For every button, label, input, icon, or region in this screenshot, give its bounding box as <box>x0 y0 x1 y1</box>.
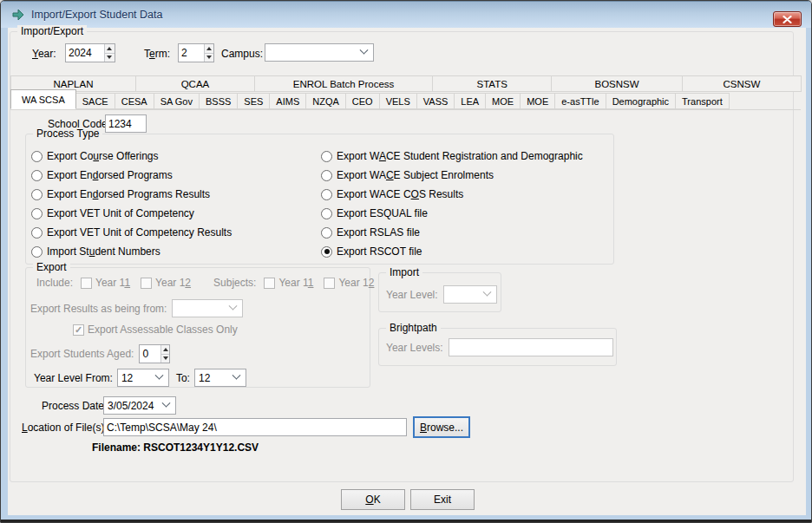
year-input[interactable] <box>66 44 104 62</box>
export-group-label: Export <box>33 261 70 273</box>
students-aged-row: Export Students Aged: <box>30 344 170 363</box>
assessable-checkbox[interactable]: ✓ <box>73 324 84 336</box>
process-type-group-label: Process Type <box>33 127 102 140</box>
export-include-row: Include: Year 11 Year 12 Subjects: Year … <box>36 277 374 289</box>
browse-button-label: Browse... <box>420 422 463 434</box>
school-code-input[interactable] <box>105 114 147 133</box>
process-type-right-column: Export WACE Student Registration and Dem… <box>321 150 583 265</box>
tab-sace[interactable]: SACE <box>75 93 115 109</box>
tab-csnsw[interactable]: CSNSW <box>682 75 802 92</box>
radio-export-esqual-file[interactable]: Export ESQUAL file <box>321 207 583 219</box>
assessable-row[interactable]: ✓ Export Assessable Classes Only <box>73 324 238 336</box>
tab-moe[interactable]: MOE <box>485 93 521 109</box>
tab-qcaa[interactable]: QCAA <box>135 75 255 92</box>
tab-row-1: NAPLANQCAAENROL Batch ProcessSTATSBOSNSW… <box>10 75 801 92</box>
tab-transport[interactable]: Transport <box>675 93 730 109</box>
tab-moe[interactable]: MOE <box>520 93 555 109</box>
exit-button[interactable]: Exit <box>410 489 475 510</box>
process-date-select[interactable]: 3/05/2024 <box>103 396 176 415</box>
tab-ceo[interactable]: CEO <box>345 93 380 109</box>
radio-export-endorsed-programs[interactable]: Export Endorsed Programs <box>31 169 232 181</box>
tab-sa-gov[interactable]: SA Gov <box>154 93 200 109</box>
check-icon: ✓ <box>75 325 82 335</box>
tab-cesa[interactable]: CESA <box>115 93 154 109</box>
tab-vels[interactable]: VELS <box>379 93 417 109</box>
radio-import-student-numbers[interactable]: Import Student Numbers <box>31 245 232 258</box>
radio-export-endorsed-programs-results[interactable]: Export Endorsed Programs Results <box>31 188 232 200</box>
aged-spin-down-icon[interactable] <box>161 354 169 363</box>
radio-export-vet-unit-of-competency-results[interactable]: Export VET Unit of Competency Results <box>31 226 232 239</box>
year-level-to-label: To: <box>176 372 190 384</box>
tab-stats[interactable]: STATS <box>432 75 552 92</box>
brightpath-groupbox: Brightpath Year Levels: <box>378 328 617 366</box>
subjects-label: Subjects: <box>213 277 256 289</box>
chevron-down-icon <box>232 371 241 380</box>
radio-export-rscot-file[interactable]: Export RSCOT file <box>321 245 583 258</box>
tab-wa-scsa[interactable]: WA SCSA <box>10 89 76 109</box>
radio-export-wace-student-registration-and-demographic[interactable]: Export WACE Student Registration and Dem… <box>321 150 583 162</box>
radio-label: Export VET Unit of Competency Results <box>47 226 232 239</box>
radio-icon <box>321 189 332 200</box>
radio-icon <box>321 246 332 258</box>
tab-aims[interactable]: AIMS <box>269 93 306 109</box>
term-label: Term: <box>144 48 170 60</box>
tab-lea[interactable]: LEA <box>454 93 486 109</box>
app-icon <box>11 8 25 22</box>
radio-label: Export WACE Subject Enrolments <box>337 169 494 181</box>
term-spin-up-icon[interactable] <box>205 44 213 53</box>
chevron-down-icon <box>229 302 238 311</box>
radio-icon <box>31 170 43 181</box>
browse-button[interactable]: Browse... <box>413 416 470 438</box>
results-from-select[interactable] <box>172 299 243 317</box>
dialog-content: Import/Export Year: Term: Campus: NAPLAN… <box>8 28 806 515</box>
students-aged-input[interactable] <box>140 345 160 363</box>
tab-enrol-batch-process[interactable]: ENROL Batch Process <box>254 75 433 92</box>
include-year12-checkbox[interactable] <box>141 278 152 289</box>
include-year11-checkbox[interactable] <box>81 278 92 289</box>
radio-label: Export Endorsed Programs <box>47 169 173 181</box>
radio-label: Import Student Numbers <box>47 245 160 258</box>
chevron-down-icon <box>162 399 171 408</box>
year-stepper[interactable] <box>65 43 115 62</box>
brightpath-year-levels-input[interactable] <box>449 338 613 356</box>
subjects-year11-checkbox[interactable] <box>264 278 275 289</box>
tab-vass[interactable]: VASS <box>416 93 455 109</box>
radio-export-course-offerings[interactable]: Export Course Offerings <box>31 150 232 162</box>
tab-bosnsw[interactable]: BOSNSW <box>551 75 683 92</box>
ok-button-label: OK <box>365 494 380 506</box>
term-input[interactable] <box>179 44 204 62</box>
tab-ses[interactable]: SES <box>237 93 270 109</box>
aged-spin-up-icon[interactable] <box>161 345 169 354</box>
year-level-from-select[interactable]: 12 <box>117 369 169 387</box>
students-aged-stepper[interactable] <box>139 344 170 363</box>
radio-label: Export RSLAS file <box>337 226 420 239</box>
radio-export-wace-cos-results[interactable]: Export WACE COS Results <box>321 188 583 200</box>
radio-export-vet-unit-of-competency[interactable]: Export VET Unit of Competency <box>31 207 232 219</box>
include-label: Include: <box>36 277 73 289</box>
location-input[interactable] <box>103 418 407 436</box>
radio-icon <box>321 170 332 181</box>
year-spin-up-icon[interactable] <box>105 44 115 53</box>
import-year-level-select[interactable] <box>443 285 497 304</box>
filename-text: Filename: RSCOT1234Y1Y12.CSV <box>92 441 259 454</box>
ok-button[interactable]: OK <box>341 489 405 510</box>
radio-export-wace-subject-enrolments[interactable]: Export WACE Subject Enrolments <box>321 169 583 181</box>
radio-label: Export VET Unit of Competency <box>47 207 194 219</box>
tab-e-asttle[interactable]: e-asTTle <box>554 93 606 109</box>
subjects-year12-checkbox[interactable] <box>324 278 335 289</box>
year-spin-down-icon[interactable] <box>105 53 115 62</box>
tab-demographic[interactable]: Demographic <box>606 93 676 109</box>
tab-bsss[interactable]: BSSS <box>199 93 238 109</box>
radio-export-rslas-file[interactable]: Export RSLAS file <box>321 226 583 239</box>
import-year-level-row: Year Level: <box>386 285 497 304</box>
tab-nzqa[interactable]: NZQA <box>305 93 346 109</box>
title-bar[interactable]: Import/Export Student Data <box>1 1 811 28</box>
term-spin-down-icon[interactable] <box>205 53 213 62</box>
term-stepper[interactable] <box>178 43 214 62</box>
year-level-to-select[interactable]: 12 <box>194 369 246 387</box>
process-date-value: 3/05/2024 <box>108 400 163 412</box>
include-year12-label: Year 12 <box>155 277 191 289</box>
import-group-label: Import <box>386 266 422 278</box>
close-button[interactable] <box>773 11 802 27</box>
campus-select[interactable] <box>265 43 374 62</box>
